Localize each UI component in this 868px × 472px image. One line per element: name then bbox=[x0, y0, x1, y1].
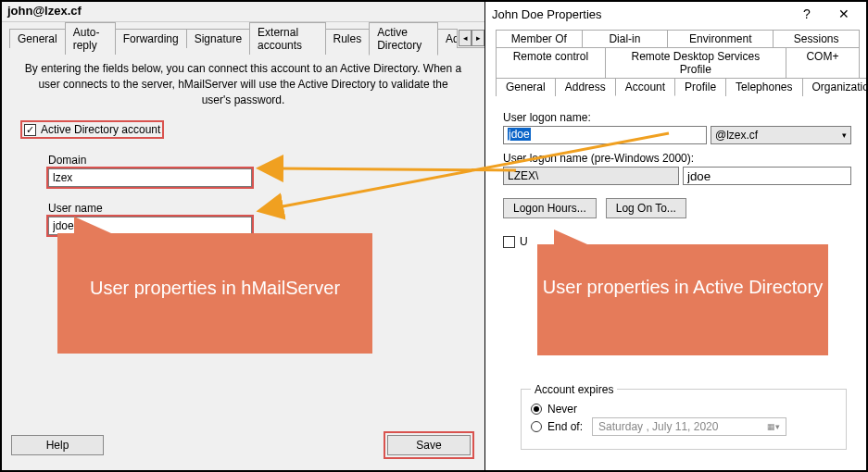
endof-date-picker[interactable]: Saturday , July 11, 2020 ▦▾ bbox=[592, 417, 786, 436]
tab-scroll-left[interactable]: ◂ bbox=[459, 30, 472, 46]
help-icon[interactable]: ? bbox=[788, 5, 825, 23]
callout-hmailserver-text: User properties in hMailServer bbox=[57, 233, 372, 299]
never-radio[interactable] bbox=[531, 404, 542, 415]
tab-com-plus[interactable]: COM+ bbox=[786, 47, 860, 78]
domain-group: Domain bbox=[48, 154, 484, 187]
prewin-user-input[interactable] bbox=[683, 167, 851, 185]
unlock-label-partial: U bbox=[520, 235, 528, 248]
callout-hmailserver: User properties in hMailServer bbox=[57, 233, 372, 354]
domain-input[interactable] bbox=[48, 168, 252, 187]
tab-organization[interactable]: Organization bbox=[802, 78, 869, 96]
close-icon[interactable]: ✕ bbox=[825, 5, 862, 23]
ad-account-highlight: ✓ Active Directory account bbox=[20, 120, 164, 139]
left-tabs: General Auto-reply Forwarding Signature … bbox=[9, 28, 484, 48]
tab-scroll-right[interactable]: ▸ bbox=[472, 30, 484, 46]
tab-telephones[interactable]: Telephones bbox=[725, 78, 802, 96]
chevron-down-icon: ▾ bbox=[842, 130, 847, 140]
callout-ad: User properties in Active Directory bbox=[537, 244, 828, 355]
tab-advanced-partial[interactable]: Adv bbox=[437, 29, 458, 48]
tab-external-accounts[interactable]: External accounts bbox=[249, 22, 325, 55]
username-label: User name bbox=[48, 202, 484, 215]
save-highlight: Save bbox=[384, 431, 474, 459]
left-title: john@lzex.cf bbox=[2, 2, 484, 22]
tab-member-of[interactable]: Member Of bbox=[496, 30, 583, 47]
tab-remote-control[interactable]: Remote control bbox=[496, 47, 606, 78]
prewin-label: User logon name (pre-Windows 2000): bbox=[503, 152, 851, 165]
tab-signature[interactable]: Signature bbox=[186, 29, 250, 48]
prewin-prefix-value: LZEX\ bbox=[508, 169, 538, 182]
tab-profile[interactable]: Profile bbox=[674, 78, 726, 96]
domain-suffix-value: @lzex.cf bbox=[715, 129, 758, 142]
right-title-bar: John Doe Properties ? ✕ bbox=[486, 2, 868, 26]
tab-general-r[interactable]: General bbox=[496, 78, 556, 96]
tab-auto-reply[interactable]: Auto-reply bbox=[65, 22, 116, 55]
logon-name-input[interactable]: jdoe bbox=[503, 126, 707, 144]
prewin-prefix: LZEX\ bbox=[503, 167, 679, 185]
left-button-row: Help Save bbox=[11, 431, 474, 459]
tab-account[interactable]: Account bbox=[615, 78, 675, 96]
never-radio-row[interactable]: Never bbox=[531, 403, 837, 416]
checkmark-icon: ✓ bbox=[26, 125, 34, 135]
right-tabs: Member Of Dial-in Environment Sessions R… bbox=[496, 30, 859, 96]
account-expires-group: Account expires Never End of: Saturday ,… bbox=[521, 389, 847, 450]
logon-name-value: jdoe bbox=[508, 128, 531, 141]
save-button[interactable]: Save bbox=[387, 435, 471, 455]
domain-label: Domain bbox=[48, 154, 484, 167]
right-title: John Doe Properties bbox=[492, 7, 788, 21]
tab-address[interactable]: Address bbox=[555, 78, 616, 96]
ad-account-label: Active Directory account bbox=[41, 123, 160, 136]
callout-ad-text: User properties in Active Directory bbox=[537, 244, 828, 300]
unlock-checkbox[interactable] bbox=[503, 236, 515, 248]
log-on-to-button[interactable]: Log On To... bbox=[606, 198, 686, 218]
logon-name-label: User logon name: bbox=[503, 111, 851, 124]
endof-date-value: Saturday , July 11, 2020 bbox=[598, 420, 718, 433]
ad-account-checkbox[interactable]: ✓ bbox=[24, 124, 36, 136]
help-text: By entering the fields below, you can co… bbox=[24, 61, 462, 107]
tab-sessions[interactable]: Sessions bbox=[773, 30, 860, 47]
tab-environment[interactable]: Environment bbox=[667, 30, 774, 47]
tab-scroll: ◂ ▸ bbox=[459, 30, 484, 46]
tab-dial-in[interactable]: Dial-in bbox=[582, 30, 669, 47]
ad-account-checkbox-row: ✓ Active Directory account bbox=[20, 120, 484, 139]
tab-rules[interactable]: Rules bbox=[325, 29, 371, 48]
domain-suffix-combo[interactable]: @lzex.cf ▾ bbox=[711, 126, 851, 144]
calendar-dropdown-icon: ▦▾ bbox=[767, 422, 780, 431]
tab-forwarding[interactable]: Forwarding bbox=[115, 29, 187, 48]
tab-active-directory[interactable]: Active Directory bbox=[369, 22, 438, 56]
endof-radio[interactable] bbox=[531, 421, 542, 432]
account-tab-body: User logon name: jdoe @lzex.cf ▾ User lo… bbox=[486, 96, 868, 255]
never-label: Never bbox=[547, 403, 577, 416]
help-button[interactable]: Help bbox=[11, 435, 104, 455]
username-group: User name bbox=[48, 202, 484, 235]
endof-radio-row[interactable]: End of: Saturday , July 11, 2020 ▦▾ bbox=[531, 417, 837, 436]
tab-rds-profile[interactable]: Remote Desktop Services Profile bbox=[605, 47, 786, 78]
account-expires-legend: Account expires bbox=[531, 383, 617, 396]
endof-label: End of: bbox=[547, 420, 583, 433]
logon-hours-button[interactable]: Logon Hours... bbox=[503, 198, 597, 218]
hmailserver-pane: john@lzex.cf General Auto-reply Forwardi… bbox=[2, 2, 485, 472]
tab-general[interactable]: General bbox=[9, 29, 66, 48]
